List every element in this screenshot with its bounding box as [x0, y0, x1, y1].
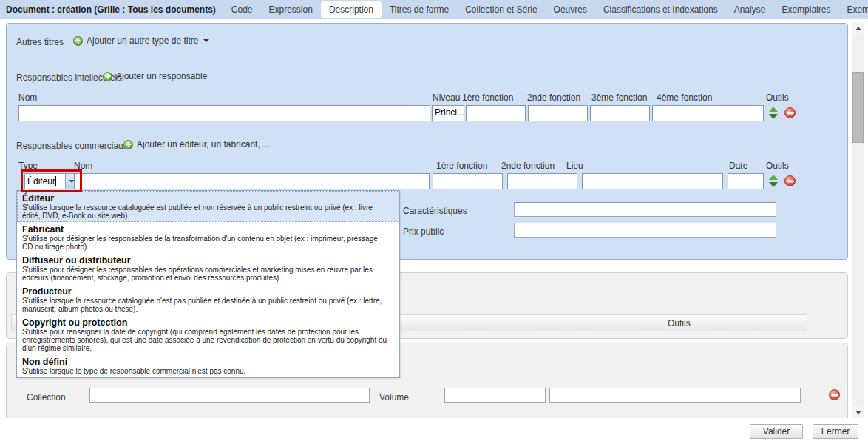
t2-header-date: Date: [729, 161, 747, 171]
tab-bar: Document : création (Grille : Tous les d…: [0, 0, 868, 19]
t1-header-outils: Outils: [766, 92, 789, 103]
tab-oeuvres[interactable]: Oeuvres: [546, 1, 595, 18]
t2-header-f2: 2nde fonction: [501, 161, 555, 171]
t2-header-lieu: Lieu: [566, 161, 583, 171]
autres-titres-label: Autres titres: [16, 37, 64, 47]
volume-label: Volume: [379, 392, 409, 403]
dropdown-option-non-defini[interactable]: Non défini S'utilise lorsque le type de …: [17, 354, 399, 377]
option-title: Copyright ou protection: [22, 317, 394, 328]
dropdown-option-fabricant[interactable]: Fabricant S'utilise pour désigner les re…: [17, 222, 399, 253]
t1-fonction3-input[interactable]: [590, 105, 650, 121]
add-responsable-label: Ajouter un responsable: [116, 71, 207, 81]
t2-header-f1: 1ère fonction: [436, 161, 487, 171]
remove-collection-icon[interactable]: [829, 389, 840, 400]
option-description: S'utilise pour renseigner la date de cop…: [22, 328, 394, 352]
valider-button[interactable]: Valider: [750, 424, 803, 439]
tab-expression[interactable]: Expression: [261, 1, 321, 18]
t1-header-f2: 2nde fonction: [527, 92, 580, 103]
add-editeur-label: Ajouter un éditeur, un fabricant, ...: [137, 139, 270, 149]
t1-fonction2-input[interactable]: [528, 105, 588, 121]
t2-header-outils: Outils: [766, 161, 789, 171]
tab-classifications[interactable]: Classifications et Indexations: [595, 1, 726, 18]
collection-label: Collection: [27, 392, 66, 403]
resp-commerciaux-label: Responsables commerciaux: [16, 141, 128, 151]
dropdown-option-diffuseur[interactable]: Diffuseur ou distributeur S'utilise pour…: [17, 253, 399, 284]
t2-fonction2-input[interactable]: [507, 173, 577, 189]
dropdown-option-producteur[interactable]: Producteur S'utilise lorsque la ressourc…: [17, 284, 399, 315]
tab-description[interactable]: Description: [321, 1, 382, 18]
tab-exemplaires[interactable]: Exemplaires: [773, 1, 838, 18]
scroll-down-icon[interactable]: [852, 406, 864, 418]
t2-header-nom: Nom: [74, 161, 92, 171]
add-icon: [73, 36, 83, 46]
option-title: Fabricant: [22, 224, 394, 235]
option-title: Non défini: [22, 357, 394, 367]
chevron-down-icon: [203, 39, 209, 42]
tab-collection-et-serie[interactable]: Collection et Série: [457, 1, 545, 18]
add-icon: [123, 140, 133, 149]
t1-header-nom: Nom: [18, 92, 37, 103]
volume-input[interactable]: [444, 388, 546, 403]
add-responsable-button[interactable]: Ajouter un responsable: [103, 71, 207, 81]
tab-code[interactable]: Code: [223, 1, 261, 18]
footer-bar: Valider Fermer: [0, 418, 868, 441]
tab-exemplaires-numeriques[interactable]: Exemplaires numériques: [838, 1, 868, 18]
t2-nom-input[interactable]: [74, 173, 430, 189]
scroll-up-icon[interactable]: [852, 22, 864, 34]
app-window: Document : création (Grille : Tous les d…: [0, 0, 868, 441]
dropdown-option-editeur[interactable]: Éditeur S'utilise lorsque la ressource c…: [17, 191, 399, 222]
t2-lieu-input[interactable]: [582, 173, 723, 189]
t1-fonction1-input[interactable]: [466, 105, 526, 121]
option-title: Diffuseur ou distributeur: [22, 255, 394, 266]
add-editeur-button[interactable]: Ajouter un éditeur, un fabricant, ...: [123, 139, 270, 149]
option-title: Producteur: [22, 286, 394, 297]
option-description: S'utilise pour désigner les responsables…: [22, 235, 394, 251]
t1-niveau-select[interactable]: Princi...: [432, 105, 464, 121]
prix-public-input[interactable]: [514, 223, 776, 238]
remove-row-icon[interactable]: [784, 107, 796, 118]
option-description: S'utilise lorsque la ressource catalogué…: [22, 203, 394, 220]
t2-type-value: Éditeur: [27, 176, 55, 186]
t2-header-type: Type: [18, 161, 38, 171]
outils-header-label: Outils: [668, 318, 691, 329]
option-description: S'utilise lorsque le type de responsable…: [22, 367, 394, 375]
prix-public-label: Prix public: [403, 226, 444, 237]
t1-header-f1: 1ère fonction: [462, 92, 513, 103]
fermer-button[interactable]: Fermer: [813, 424, 858, 439]
dropdown-option-copyright[interactable]: Copyright ou protection S'utilise pour r…: [17, 315, 399, 354]
caracteristiques-label: Caractéristiques: [403, 206, 467, 216]
move-row-icon[interactable]: [769, 107, 779, 119]
vertical-scrollbar[interactable]: [852, 22, 864, 418]
window-title: Document : création (Grille : Tous les d…: [6, 4, 216, 15]
remove-row-icon[interactable]: [784, 175, 796, 186]
t2-type-combobox[interactable]: Éditeur: [24, 173, 78, 189]
add-autre-titre-button[interactable]: Ajouter un autre type de titre: [73, 36, 209, 46]
t1-header-f4: 4ème fonction: [657, 92, 712, 103]
add-icon: [103, 72, 112, 81]
tab-analyse[interactable]: Analyse: [726, 1, 774, 18]
tab-titres-de-forme[interactable]: Titres de forme: [382, 1, 457, 18]
option-description: S'utilise pour désigner les responsables…: [22, 266, 394, 282]
text-cursor: [55, 176, 56, 186]
t1-header-f3: 3ème fonction: [591, 92, 647, 103]
t2-date-input[interactable]: [728, 173, 764, 189]
t2-fonction1-input[interactable]: [433, 173, 503, 189]
t1-fonction4-input[interactable]: [652, 105, 764, 121]
option-title: Éditeur: [22, 193, 394, 203]
type-dropdown-list: Éditeur S'utilise lorsque la ressource c…: [16, 190, 400, 378]
t1-nom-input[interactable]: [18, 105, 430, 121]
option-description: S'utilise lorsque la ressource catalogué…: [22, 297, 394, 313]
collection-input[interactable]: [89, 388, 370, 403]
collection-extra-input[interactable]: [549, 388, 801, 403]
caracteristiques-input[interactable]: [514, 202, 776, 217]
scrollbar-thumb[interactable]: [852, 72, 864, 143]
t1-header-niveau: Niveau: [433, 92, 460, 103]
add-autre-titre-label: Ajouter un autre type de titre: [87, 36, 198, 46]
move-row-icon[interactable]: [769, 175, 779, 187]
scroll-viewport: Document : création (Grille : Tous les d…: [0, 0, 868, 418]
